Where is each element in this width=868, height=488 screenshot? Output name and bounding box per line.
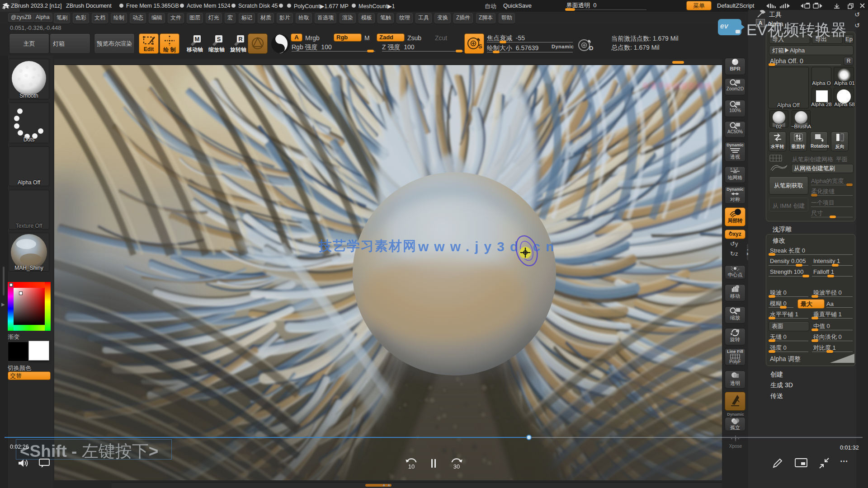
svg-text:X Y Z: X Y Z [730, 167, 738, 170]
svg-text:R: R [238, 36, 243, 42]
svg-text:M: M [195, 36, 200, 42]
svg-text:www.jy3d.cn: www.jy3d.cn [418, 239, 560, 254]
svg-text:10: 10 [408, 463, 415, 469]
svg-text:30: 30 [453, 463, 460, 469]
svg-text:S: S [217, 36, 221, 42]
svg-text:技艺学习素材网: 技艺学习素材网 [318, 239, 417, 253]
svg-text:D: D [589, 45, 593, 52]
svg-text:有著手绘@摄影师感: 有著手绘@摄影师感 [642, 82, 711, 90]
svg-text:S: S [478, 43, 482, 50]
